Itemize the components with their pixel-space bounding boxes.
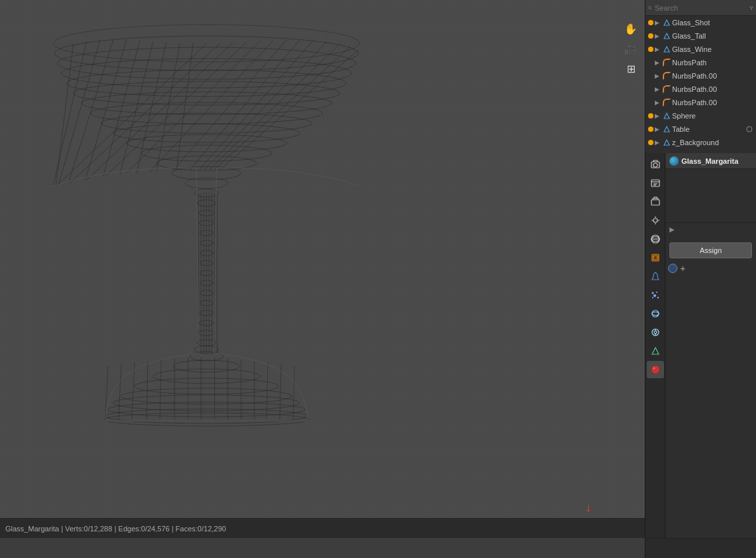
curve-icon <box>663 59 671 67</box>
properties-panel: Glass_Margarita ▶ Assign + <box>645 153 756 538</box>
svg-line-75 <box>147 361 148 419</box>
world-icon <box>668 264 677 273</box>
tab-material[interactable] <box>647 361 664 378</box>
outliner-item-glass-tall[interactable]: ▶ Glass_Tall <box>645 29 756 43</box>
curve-icon <box>663 99 671 107</box>
svg-point-107 <box>649 6 651 9</box>
outliner-panel: ▶ Glass_Shot ▶ Glass_Tall ▶ Glass_Wine ▶ <box>645 0 756 153</box>
svg-line-108 <box>651 8 652 9</box>
svg-point-111 <box>653 163 657 167</box>
visibility-dot <box>648 20 653 25</box>
mesh-icon <box>663 19 671 27</box>
outliner-item-sphere[interactable]: ▶ Sphere <box>645 109 756 123</box>
material-world-row: + <box>665 261 756 276</box>
outliner-item-glass-wine[interactable]: ▶ Glass_Wine <box>645 43 756 56</box>
visibility-dot <box>648 140 653 145</box>
camera-icon[interactable]: 🎥 <box>622 40 639 57</box>
tab-output[interactable] <box>647 174 664 192</box>
item-name: NurbsPath.00 <box>672 85 753 93</box>
material-preview-sphere <box>669 156 679 166</box>
outliner-search-bar <box>645 0 756 16</box>
tab-constraints[interactable] <box>647 324 664 341</box>
visibility-dot <box>648 47 653 52</box>
visibility-dot <box>648 113 653 119</box>
tab-data[interactable] <box>647 342 664 360</box>
visibility-dot <box>648 33 653 39</box>
svg-rect-126 <box>653 256 657 260</box>
svg-point-132 <box>652 310 659 317</box>
svg-line-88 <box>214 168 216 353</box>
visibility-dot <box>648 127 653 132</box>
tab-view-layer[interactable] <box>647 193 664 210</box>
material-expand-row[interactable]: ▶ <box>665 222 756 236</box>
svg-point-139 <box>653 368 655 370</box>
svg-rect-116 <box>651 200 659 205</box>
glass-wireframe <box>33 7 366 473</box>
item-name: NurbsPath.00 <box>672 99 753 107</box>
material-header: Glass_Margarita <box>665 153 756 169</box>
item-name: Sphere <box>672 112 753 120</box>
material-name: Glass_Margarita <box>681 157 739 165</box>
tab-object[interactable] <box>647 249 664 266</box>
visibility-dot <box>648 87 653 92</box>
tab-world[interactable] <box>647 230 664 248</box>
svg-line-84 <box>266 362 268 419</box>
svg-point-6 <box>81 92 332 115</box>
svg-point-12 <box>157 156 256 170</box>
tab-particles[interactable] <box>647 286 664 304</box>
svg-point-3 <box>61 59 352 88</box>
curve-icon <box>663 85 671 93</box>
filter-icon[interactable] <box>749 4 753 12</box>
outliner-item-nurbspath-002[interactable]: ▶ NurbsPath.00 <box>645 83 756 96</box>
tab-render[interactable] <box>647 156 664 173</box>
material-preview-area <box>665 169 756 222</box>
status-text: Glass_Margarita | Verts:0/12,288 | Edges… <box>5 525 226 533</box>
svg-point-127 <box>651 292 653 294</box>
mesh-icon <box>663 45 671 53</box>
assign-button[interactable]: Assign <box>669 242 752 258</box>
svg-point-35 <box>135 378 278 394</box>
outliner-item-nurbspath-001[interactable]: ▶ NurbsPath.00 <box>645 69 756 83</box>
tab-modifier[interactable] <box>647 268 664 285</box>
svg-line-51 <box>210 44 340 169</box>
mesh-icon <box>663 32 671 40</box>
svg-point-4 <box>67 70 346 97</box>
outliner-item-nurbspath[interactable]: ▶ NurbsPath <box>645 56 756 69</box>
visibility-dot <box>648 73 653 79</box>
svg-point-128 <box>656 292 657 293</box>
material-assign-section: Assign <box>665 236 756 261</box>
outliner-item-glass-shot[interactable]: ▶ Glass_Shot <box>645 16 756 29</box>
grid-icon[interactable]: ⊞ <box>622 60 639 77</box>
curve-icon <box>663 72 671 80</box>
object-extra-icon <box>745 125 753 133</box>
svg-line-62 <box>53 41 87 185</box>
tab-scene[interactable] <box>647 212 664 229</box>
visibility-dot <box>648 100 653 105</box>
outliner-item-nurbspath-003[interactable]: ▶ NurbsPath.00 <box>645 96 756 109</box>
outliner-item-z-background[interactable]: ▶ z_Background <box>645 136 756 149</box>
item-name: Glass_Tall <box>672 32 753 40</box>
item-name: Table <box>672 125 744 133</box>
add-material-button[interactable]: + <box>680 263 685 274</box>
item-name: NurbsPath <box>672 59 753 67</box>
svg-line-87 <box>196 168 198 353</box>
svg-point-33 <box>173 360 240 372</box>
svg-point-135 <box>654 331 657 334</box>
item-name: Glass_Wine <box>672 45 753 53</box>
red-arrow-indicator: ↓ <box>585 501 591 515</box>
status-bar: Glass_Margarita | Verts:0/12,288 | Edges… <box>0 518 645 538</box>
hand-icon[interactable]: ✋ <box>622 20 639 37</box>
svg-point-117 <box>653 218 657 222</box>
tab-physics[interactable] <box>647 305 664 322</box>
outliner-search-input[interactable] <box>655 4 747 12</box>
svg-line-48 <box>190 40 300 170</box>
item-name: NurbsPath.00 <box>672 72 753 80</box>
svg-line-72 <box>105 366 108 419</box>
viewport: ✋ 🎥 ⊞ ↓ Glass_Margarita | Verts:0/12,288… <box>0 0 645 538</box>
svg-point-130 <box>652 297 653 298</box>
svg-point-133 <box>652 312 659 316</box>
svg-line-52 <box>214 47 350 169</box>
svg-point-131 <box>657 297 658 298</box>
outliner-item-table[interactable]: ▶ Table <box>645 123 756 136</box>
svg-line-50 <box>205 42 326 169</box>
